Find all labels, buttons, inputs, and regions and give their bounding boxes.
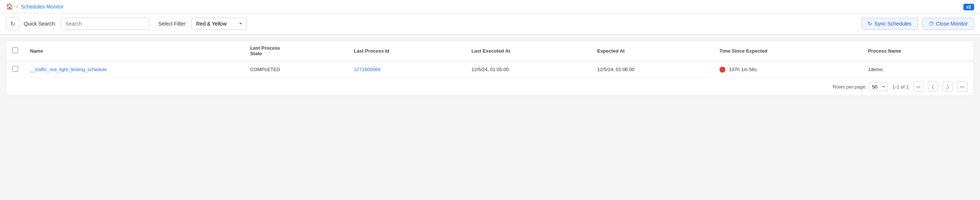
close-monitor-label: Close Monitor — [936, 21, 968, 27]
last-page-button[interactable]: ⏭ — [958, 82, 968, 92]
row-expected-at-value: 12/5/24, 01:06:00 — [597, 67, 635, 72]
process-id-link[interactable]: 1271800068 — [354, 67, 380, 72]
close-monitor-button[interactable]: ⏱ Close Monitor — [922, 18, 974, 30]
first-page-button[interactable]: ⏮ — [913, 82, 923, 92]
col-header-last-process-state: Last ProcessState — [244, 41, 348, 61]
version-badge: v2 — [963, 4, 974, 10]
next-page-button[interactable]: ❯ — [943, 82, 953, 92]
table-row: __traffic_red_light_testing_schedule COM… — [6, 61, 974, 77]
close-monitor-icon: ⏱ — [929, 21, 934, 27]
row-checkbox-cell — [6, 61, 24, 77]
row-last-executed-cell: 12/5/24, 01:05:00 — [466, 61, 591, 77]
time-since-value: 107h 1m 56s — [729, 67, 757, 72]
rows-per-page-area: Rows per page: 10 25 50 100 — [833, 83, 888, 91]
row-expected-at-cell: 12/5/24, 01:06:00 — [591, 61, 714, 77]
top-bar: 🏠 > Schedules Monitor v2 — [0, 0, 980, 13]
rows-per-page-label: Rows per page: — [833, 84, 867, 90]
page-info: 1-1 of 1 — [892, 84, 909, 90]
home-icon[interactable]: 🏠 — [6, 3, 13, 10]
prev-page-button[interactable]: ❮ — [928, 82, 938, 92]
filter-label: Select Filter: — [158, 21, 187, 27]
row-name-cell: __traffic_red_light_testing_schedule — [24, 61, 244, 77]
table-container: Name Last ProcessState Last Process Id L… — [6, 40, 974, 96]
col-header-last-process-id: Last Process Id — [348, 41, 465, 61]
rows-per-page-select[interactable]: 10 25 50 100 — [869, 83, 888, 91]
breadcrumb: 🏠 > Schedules Monitor — [6, 3, 64, 10]
col-header-time-since-expected: Time Since Expected — [714, 41, 862, 61]
breadcrumb-current[interactable]: Schedules Monitor — [21, 4, 64, 10]
col-header-expected-at: Expected At — [591, 41, 714, 61]
header-checkbox-col — [6, 41, 24, 61]
row-process-name-cell: 1demo — [862, 61, 974, 77]
refresh-icon: ↻ — [10, 20, 15, 27]
schedules-table: Name Last ProcessState Last Process Id L… — [6, 41, 974, 77]
col-header-last-executed-at: Last Executed At — [466, 41, 591, 61]
breadcrumb-separator: > — [16, 4, 19, 10]
row-process-name-value: 1demo — [868, 67, 883, 72]
table-header-row: Name Last ProcessState Last Process Id L… — [6, 41, 974, 61]
refresh-button[interactable]: ↻ — [6, 17, 19, 30]
pagination-row: Rows per page: 10 25 50 100 1-1 of 1 ⏮ ❮… — [6, 77, 974, 96]
sync-icon: ↻ — [868, 21, 872, 27]
schedule-name-link[interactable]: __traffic_red_light_testing_schedule — [30, 67, 107, 72]
quick-search-label: Quick Search: — [24, 21, 56, 27]
sync-schedules-button[interactable]: ↻ Sync Schedules — [861, 18, 918, 30]
col-header-name: Name — [24, 41, 244, 61]
col-header-process-name: Process Name — [862, 41, 974, 61]
select-all-checkbox[interactable] — [12, 47, 18, 53]
row-time-since-cell: 107h 1m 56s — [714, 61, 862, 77]
row-state-cell: COMPLETED — [244, 61, 348, 77]
row-process-id-cell: 1271800068 — [348, 61, 465, 77]
row-last-executed-value: 12/5/24, 01:05:00 — [471, 67, 509, 72]
row-checkbox[interactable] — [12, 66, 18, 72]
main-content: Name Last ProcessState Last Process Id L… — [0, 34, 980, 102]
toolbar: ↻ Quick Search: Select Filter: All Red Y… — [0, 13, 980, 34]
status-dot-red — [719, 67, 725, 73]
version-area: v2 — [963, 4, 974, 10]
row-state-value: COMPLETED — [250, 67, 280, 72]
search-input[interactable] — [60, 18, 149, 30]
filter-select[interactable]: All Red Yellow Red & Yellow Green — [191, 18, 247, 30]
sync-label: Sync Schedules — [874, 21, 911, 27]
